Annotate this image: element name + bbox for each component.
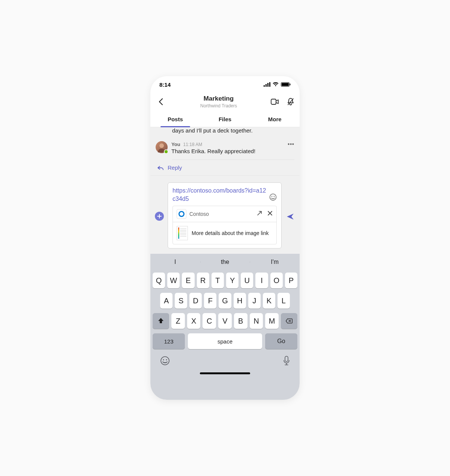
card-description: More details about the image link — [192, 230, 268, 236]
message-list[interactable]: days and I'll put a deck together. You 1… — [150, 127, 300, 175]
key-j[interactable]: J — [248, 293, 261, 309]
svg-point-12 — [274, 196, 274, 197]
compose-area: https://contoso.com/boards?id=a12c34d5 C… — [150, 175, 300, 254]
send-icon — [286, 212, 294, 221]
svg-point-14 — [163, 359, 164, 360]
wifi-icon — [273, 82, 279, 87]
key-b[interactable]: B — [234, 313, 248, 329]
key-c[interactable]: C — [202, 313, 216, 329]
key-x[interactable]: X — [187, 313, 201, 329]
status-bar: 8:14 — [150, 76, 300, 93]
header: Marketing Northwind Traders — [150, 93, 300, 112]
tab-files[interactable]: Files — [200, 112, 250, 127]
space-key[interactable]: space — [188, 333, 262, 349]
suggestion[interactable]: I'm — [250, 259, 300, 265]
key-f[interactable]: F — [204, 293, 216, 309]
key-t[interactable]: T — [212, 273, 224, 288]
key-u[interactable]: U — [241, 273, 253, 288]
add-attachment-button[interactable] — [155, 212, 164, 221]
app-name: Contoso — [189, 211, 254, 217]
team-subtitle: Northwind Traders — [171, 103, 267, 108]
key-q[interactable]: Q — [153, 273, 165, 288]
key-s[interactable]: S — [175, 293, 187, 309]
tab-more[interactable]: More — [250, 112, 300, 127]
shift-icon — [157, 317, 165, 325]
shift-key[interactable] — [153, 313, 169, 329]
key-l[interactable]: L — [278, 293, 290, 309]
key-n[interactable]: N — [250, 313, 263, 329]
message-author: You — [171, 142, 180, 147]
message-text: Thanks Erika. Really appreciated! — [171, 148, 294, 154]
reply-icon — [157, 165, 164, 171]
back-button[interactable] — [155, 96, 167, 108]
key-k[interactable]: K — [263, 293, 275, 309]
prev-message-fragment: days and I'll put a deck together. — [150, 127, 300, 137]
home-indicator[interactable] — [200, 372, 250, 374]
key-i[interactable]: I — [255, 273, 268, 288]
go-key[interactable]: Go — [265, 333, 297, 349]
link-preview-card[interactable]: Contoso More details about the image lin… — [172, 206, 277, 244]
key-g[interactable]: G — [219, 293, 231, 309]
emoji-keyboard-button[interactable] — [160, 356, 170, 367]
key-w[interactable]: W — [167, 273, 180, 288]
numbers-key[interactable]: 123 — [153, 333, 185, 349]
plus-icon — [157, 214, 162, 218]
app-icon — [177, 209, 186, 219]
svg-rect-16 — [285, 356, 288, 362]
key-m[interactable]: M — [265, 313, 279, 329]
backspace-key[interactable] — [281, 313, 297, 329]
key-p[interactable]: P — [285, 273, 297, 288]
svg-rect-2 — [267, 83, 268, 87]
svg-rect-7 — [271, 99, 276, 104]
meet-button[interactable] — [270, 97, 279, 106]
backspace-icon — [285, 317, 293, 325]
channel-title: Marketing — [171, 95, 267, 102]
smile-icon — [269, 193, 277, 201]
svg-point-11 — [272, 196, 272, 197]
expand-icon — [257, 211, 262, 216]
svg-rect-3 — [269, 82, 270, 87]
key-r[interactable]: R — [197, 273, 209, 288]
smile-icon — [160, 356, 170, 366]
message[interactable]: You 11:18 AM ••• Thanks Erika. Really ap… — [150, 137, 300, 160]
keyboard: I the I'm QWERTYUIOP ASDFGHJKL ZXCVBNM 1… — [150, 254, 300, 400]
key-z[interactable]: Z — [171, 313, 185, 329]
notifications-button[interactable] — [286, 97, 295, 106]
tab-posts[interactable]: Posts — [150, 112, 200, 127]
svg-rect-1 — [266, 84, 267, 87]
key-a[interactable]: A — [160, 293, 172, 309]
card-thumbnail — [177, 226, 188, 240]
key-v[interactable]: V — [218, 313, 232, 329]
svg-point-9 — [159, 143, 164, 148]
suggestion[interactable]: the — [200, 259, 250, 265]
reply-button[interactable]: Reply — [150, 160, 300, 175]
svg-point-10 — [270, 194, 276, 200]
svg-point-15 — [166, 359, 167, 360]
suggestion[interactable]: I — [150, 259, 200, 265]
send-button[interactable] — [285, 212, 295, 221]
key-y[interactable]: Y — [226, 273, 238, 288]
status-indicators — [264, 82, 291, 87]
compose-input[interactable]: https://contoso.com/boards?id=a12c34d5 — [172, 187, 267, 203]
key-e[interactable]: E — [182, 273, 194, 288]
key-o[interactable]: O — [270, 273, 283, 288]
expand-card-button[interactable] — [257, 211, 262, 217]
presence-indicator — [164, 149, 168, 154]
close-card-button[interactable] — [267, 211, 273, 217]
key-h[interactable]: H — [234, 293, 246, 309]
status-time: 8:14 — [159, 81, 171, 88]
dictation-button[interactable] — [283, 356, 290, 367]
svg-rect-6 — [290, 84, 291, 86]
close-icon — [267, 211, 273, 216]
emoji-button[interactable] — [269, 193, 277, 203]
compose-box[interactable]: https://contoso.com/boards?id=a12c34d5 C… — [168, 182, 282, 249]
message-more-button[interactable]: ••• — [288, 141, 294, 147]
avatar[interactable] — [156, 141, 168, 153]
microphone-icon — [283, 356, 290, 366]
message-time: 11:18 AM — [183, 142, 202, 147]
battery-icon — [281, 82, 291, 87]
cellular-icon — [264, 82, 270, 87]
keyboard-row: 123 space Go — [150, 331, 300, 351]
key-d[interactable]: D — [189, 293, 202, 309]
keyboard-row: ASDFGHJKL — [150, 291, 300, 311]
